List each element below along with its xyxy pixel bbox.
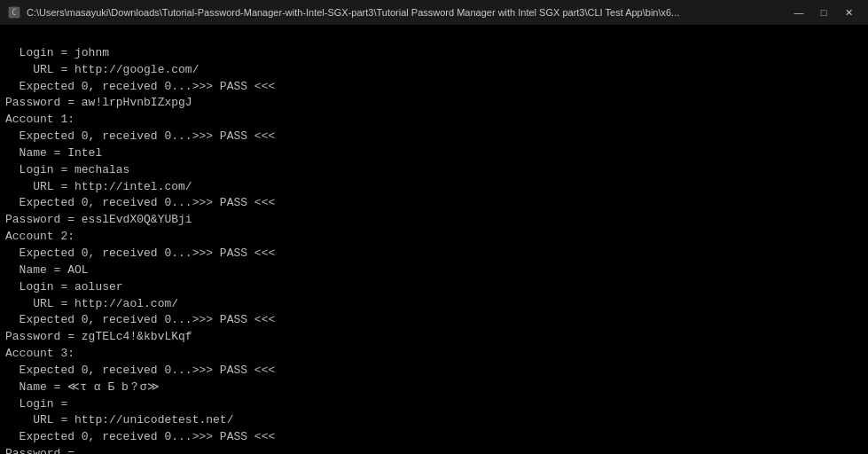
terminal-line: Password = aw!lrpHvnbIZxpgJ <box>5 95 863 112</box>
terminal-line: Expected 0, received 0...>>> PASS <<< <box>5 246 863 262</box>
maximize-button[interactable]: □ <box>811 3 836 22</box>
terminal-line: Login = mechalas <box>5 162 863 179</box>
terminal-line: Account 1: <box>5 112 863 129</box>
title-bar-icon: C <box>7 5 21 20</box>
minimize-button[interactable]: — <box>786 3 811 22</box>
terminal-line: Login = johnm <box>5 45 863 62</box>
terminal-line: URL = http://unicodetest.net/ <box>5 412 863 429</box>
svg-text:C: C <box>12 9 17 17</box>
terminal-line: Name = Intel <box>5 145 863 162</box>
terminal-line: Account 2: <box>5 229 863 246</box>
terminal-line: Name = AOL <box>5 262 863 279</box>
terminal-line: Expected 0, received 0...>>> PASS <<< <box>5 195 863 212</box>
terminal-line: Login = aoluser <box>5 279 863 296</box>
terminal-line: Expected 0, received 0...>>> PASS <<< <box>5 429 863 446</box>
terminal-line: Login = <box>5 396 863 413</box>
terminal-line: Password = esslEvdX0Q&YUBji <box>5 212 863 229</box>
terminal-line: Expected 0, received 0...>>> PASS <<< <box>5 79 863 96</box>
title-bar-text: C:\Users\masayuki\Downloads\Tutorial-Pas… <box>27 7 779 18</box>
close-button[interactable]: ✕ <box>836 3 861 22</box>
terminal-line: URL = http://aol.com/ <box>5 296 863 313</box>
terminal-line: Expected 0, received 0...>>> PASS <<< <box>5 363 863 380</box>
terminal-line: Expected 0, received 0...>>> PASS <<< <box>5 129 863 145</box>
title-bar: C C:\Users\masayuki\Downloads\Tutorial-P… <box>0 0 868 25</box>
terminal-line: Account 3: <box>5 346 863 363</box>
terminal-line: URL = http://google.com/ <box>5 62 863 79</box>
terminal-line: Name = ≪τ α Б b？σ≫ <box>5 380 863 396</box>
terminal-line: Password = zgTELc4!&kbvLKqf <box>5 329 863 346</box>
terminal-line: Expected 0, received 0...>>> PASS <<< <box>5 312 863 329</box>
terminal-line: Password = <box>5 446 863 454</box>
title-bar-controls: — □ ✕ <box>786 3 861 22</box>
terminal: Login = johnm URL = http://google.com/ E… <box>0 25 868 454</box>
terminal-line: URL = http://intel.com/ <box>5 179 863 196</box>
